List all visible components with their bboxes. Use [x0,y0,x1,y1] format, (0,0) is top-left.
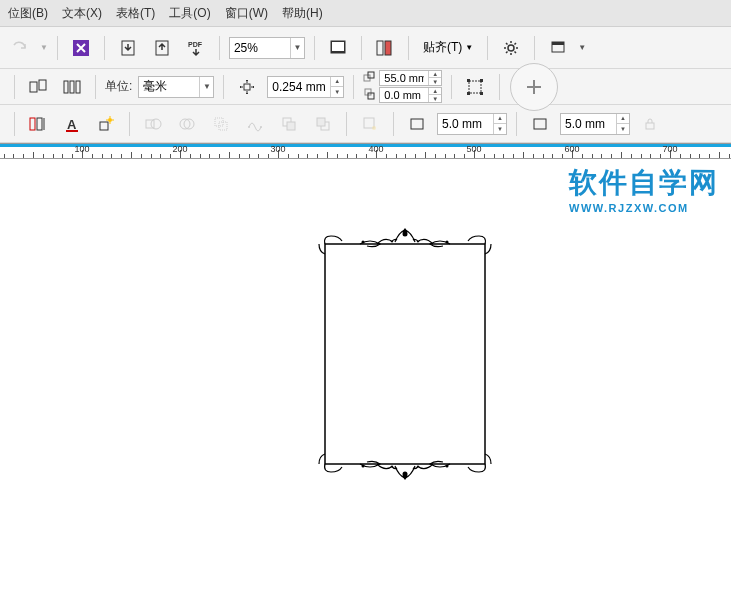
svg-rect-22 [467,79,470,82]
svg-rect-7 [385,41,391,55]
chevron-down-icon[interactable]: ▼ [199,77,213,97]
separator [451,75,452,99]
export-icon[interactable] [148,34,176,62]
watermark-url: WWW.RJZXW.COM [569,202,719,214]
pdf-export-icon[interactable]: PDF [182,34,210,62]
outline1-combo[interactable]: ▲▼ [437,113,507,135]
menu-help[interactable]: 帮助(H) [282,5,323,22]
svg-rect-5 [332,42,344,51]
chevron-down-icon[interactable]: ▼ [578,43,586,52]
svg-rect-14 [70,81,74,93]
import-icon[interactable] [114,34,142,62]
toolbar-object: A ▲▼ ▲▼ [0,105,731,143]
snap-label: 贴齐(T) [423,39,462,56]
units-input[interactable] [139,77,199,97]
toolbar-page: 单位: ▼ ▲▼ ▲▼ ▲▼ [0,69,731,105]
search-image-icon[interactable] [67,34,95,62]
separator [14,112,15,136]
nudge-input[interactable] [268,77,330,97]
ruler-label: 700 [662,144,677,154]
outline2-combo[interactable]: ▲▼ [560,113,630,135]
rectangle-tool-icon[interactable] [403,110,431,138]
watermark: 软件自学网 WWW.RJZXW.COM [569,164,719,214]
zoom-input[interactable] [230,38,290,58]
intersect-icon [207,110,235,138]
separator [314,36,315,60]
launch-app-icon[interactable] [544,34,572,62]
separator [516,112,517,136]
fullscreen-preview-icon[interactable] [324,34,352,62]
rectangle-tool2-icon[interactable] [526,110,554,138]
offset-y-icon [363,88,377,102]
svg-rect-24 [467,92,470,95]
menu-tools[interactable]: 工具(O) [169,5,210,22]
show-rulers-icon[interactable] [371,34,399,62]
menu-window[interactable]: 窗口(W) [225,5,268,22]
nudge-icon[interactable] [233,73,261,101]
units-combo[interactable]: ▼ [138,76,214,98]
zoom-combo[interactable]: ▼ [229,37,305,59]
ruler-label: 400 [368,144,383,154]
ruler-label: 300 [270,144,285,154]
menu-table[interactable]: 表格(T) [116,5,155,22]
watermark-title: 软件自学网 [569,164,719,202]
menu-bitmap[interactable]: 位图(B) [8,5,48,22]
separator [361,36,362,60]
svg-rect-42 [287,122,295,130]
chevron-down-icon[interactable]: ▼ [290,38,304,58]
treat-as-filled-icon[interactable] [461,73,489,101]
nudge-combo[interactable]: ▲▼ [267,76,344,98]
svg-rect-44 [317,118,325,126]
svg-rect-23 [480,79,483,82]
dup-y-input[interactable] [380,88,428,102]
trim-icon [173,110,201,138]
svg-point-46 [372,126,376,130]
svg-point-39 [248,126,250,128]
svg-point-52 [362,241,365,244]
redo-icon [6,34,34,62]
separator [129,112,130,136]
facing-pages-icon[interactable] [58,73,86,101]
page-layout-icon[interactable] [24,73,52,101]
canvas-area[interactable]: 软件自学网 WWW.RJZXW.COM [0,159,731,592]
weld-icon [139,110,167,138]
ruler-label: 600 [564,144,579,154]
outline2-input[interactable] [561,114,616,134]
svg-rect-47 [411,119,423,129]
ruler-label: 500 [466,144,481,154]
separator [95,75,96,99]
options-gear-icon[interactable] [497,34,525,62]
ruler-horizontal[interactable]: 100200300400500600700 [0,143,731,159]
sparkle-icon[interactable] [92,110,120,138]
svg-point-34 [151,119,161,129]
menu-text[interactable]: 文本(X) [62,5,102,22]
front-minus-back-icon [275,110,303,138]
separator [346,112,347,136]
svg-point-8 [508,45,514,51]
svg-rect-33 [146,120,154,128]
svg-text:A: A [67,117,77,132]
ruler-label: 200 [172,144,187,154]
simplify-icon [241,110,269,138]
new-document-plus-icon[interactable] [510,63,558,111]
lock-icon [636,110,664,138]
svg-point-40 [260,126,262,128]
svg-rect-13 [64,81,68,93]
snap-dropdown[interactable]: 贴齐(T) ▼ [418,36,478,59]
text-a-icon[interactable]: A [58,110,86,138]
svg-point-53 [446,241,449,244]
svg-rect-26 [30,118,35,130]
separator [487,36,488,60]
ornamental-frame-object[interactable] [315,224,495,484]
separator [534,36,535,60]
dup-x-input[interactable] [380,71,428,85]
svg-rect-10 [552,42,564,45]
separator [499,74,500,100]
outline1-input[interactable] [438,114,493,134]
svg-point-55 [362,465,365,468]
duplicate-offset-group: ▲▼ ▲▼ [363,70,442,103]
svg-point-56 [446,465,449,468]
nudge-spinner[interactable]: ▲▼ [330,77,343,97]
outline-position-icon[interactable] [24,110,52,138]
separator [353,75,354,99]
